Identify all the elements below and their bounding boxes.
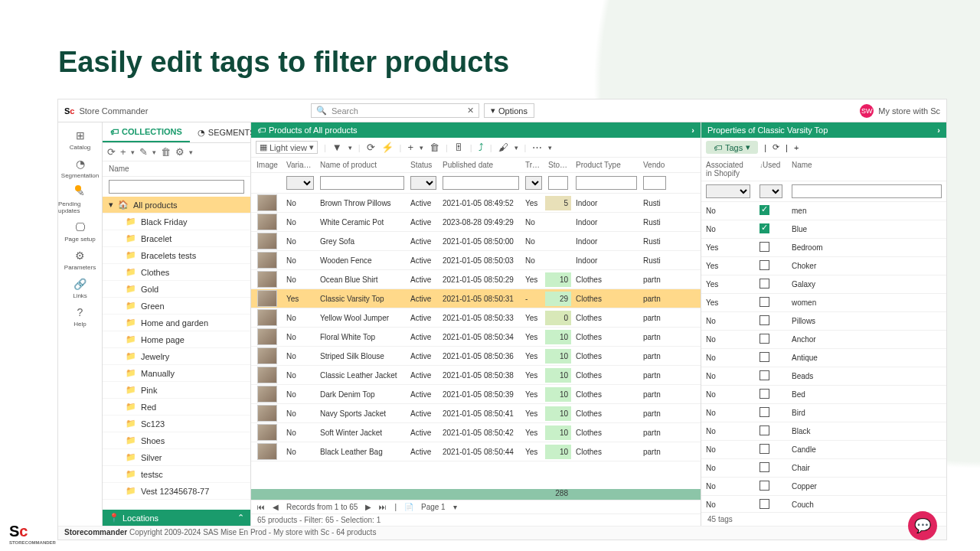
nav-links[interactable]: 🔗Links	[58, 274, 102, 302]
column-header[interactable]: Stock available	[545, 158, 571, 172]
tree-item[interactable]: 📁Home and garden	[103, 315, 250, 331]
column-header[interactable]: Variant ?	[283, 158, 317, 172]
plus-icon[interactable]: +	[407, 142, 413, 153]
tag-row[interactable]: Yes Galaxy	[701, 276, 946, 294]
clear-icon[interactable]: ✕	[467, 106, 474, 116]
table-row[interactable]: No Floral White Top Active 2021-01-05 08…	[251, 328, 701, 347]
tag-row[interactable]: No Chair	[701, 459, 946, 478]
column-header[interactable]: Published date	[439, 158, 522, 172]
tag-row[interactable]: No Bed	[701, 386, 946, 404]
tree-item[interactable]: 📁Gold	[103, 281, 250, 298]
checkbox[interactable]	[760, 425, 769, 435]
tag-row[interactable]: No Black	[701, 422, 946, 441]
tree-item[interactable]: 📁Vest 12345678-77	[103, 483, 250, 500]
table-row[interactable]: No Dark Denim Top Active 2021-01-05 08:5…	[251, 385, 701, 404]
tag-row[interactable]: Yes Choker	[701, 257, 946, 276]
table-row[interactable]: No Classic Leather Jacket Active 2021-01…	[251, 366, 701, 385]
table-row[interactable]: Yes Classic Varsity Top Active 2021-01-0…	[251, 289, 701, 308]
plus-icon[interactable]: +	[794, 143, 799, 152]
table-row[interactable]: No Black Leather Bag Active 2021-01-05 0…	[251, 442, 701, 461]
filter-assoc[interactable]	[706, 184, 750, 198]
refresh-icon[interactable]: ⟳	[773, 142, 779, 152]
checkbox[interactable]	[760, 444, 769, 454]
checkbox[interactable]	[760, 481, 769, 491]
checkbox[interactable]	[760, 462, 769, 472]
checkbox[interactable]	[760, 279, 769, 289]
tag-row[interactable]: No Couch	[701, 496, 946, 512]
tree-item[interactable]: 📁Bracelet	[103, 230, 250, 247]
tags-tab[interactable]: 🏷 Tags ▾	[706, 141, 758, 154]
tree-item[interactable]: 📁testsc	[103, 466, 250, 483]
checkbox[interactable]	[760, 370, 769, 380]
tree-item[interactable]: ▾🏠All products	[103, 197, 250, 214]
nav-page-setup[interactable]: 🖵Page setup	[58, 217, 102, 246]
nav-catalog[interactable]: ⊞Catalog	[58, 126, 102, 154]
tree-item[interactable]: 📁Manually	[103, 365, 250, 382]
tree-item[interactable]: 📁Bracelets tests	[103, 247, 250, 264]
table-row[interactable]: No Yellow Wool Jumper Active 2021-01-05 …	[251, 308, 701, 328]
table-row[interactable]: No Grey Sofa Active 2021-01-05 08:50:00 …	[251, 232, 701, 251]
tree-filter-input[interactable]	[109, 180, 244, 194]
gear-icon[interactable]: ⚙	[175, 146, 185, 158]
filter-name[interactable]	[320, 176, 404, 190]
checkbox[interactable]	[760, 334, 769, 344]
filter-vendor[interactable]	[643, 176, 666, 190]
tag-row[interactable]: No Blue	[701, 220, 946, 239]
column-header[interactable]: Track qty	[522, 158, 545, 172]
more-icon[interactable]: ⋯	[532, 142, 542, 153]
tag-row[interactable]: No Antique	[701, 349, 946, 367]
table-row[interactable]: No Navy Sports Jacket Active 2021-01-05 …	[251, 404, 701, 423]
tree-item[interactable]: 📁Silver	[103, 449, 250, 466]
table-row[interactable]: No White Ceramic Pot Active 2023-08-28 0…	[251, 213, 701, 232]
checkbox[interactable]	[760, 407, 769, 417]
tree-item[interactable]: 📁Clothes	[103, 264, 250, 281]
tag-row[interactable]: No men	[701, 202, 946, 220]
store-account[interactable]: SW My store with Sc	[860, 104, 940, 118]
nav-parameters[interactable]: ⚙Parameters	[58, 246, 102, 274]
tree-item[interactable]: 📁Green	[103, 298, 250, 315]
tree-item[interactable]: 📁Black Friday	[103, 214, 250, 230]
bolt-icon[interactable]: ⚡	[381, 142, 394, 153]
checkbox[interactable]	[760, 499, 769, 509]
plus-icon[interactable]: +	[120, 146, 126, 158]
checkbox[interactable]	[760, 223, 769, 233]
table-row[interactable]: No Ocean Blue Shirt Active 2021-01-05 08…	[251, 270, 701, 289]
nav-help[interactable]: ?Help	[58, 302, 102, 331]
filter-variant[interactable]	[286, 176, 314, 190]
refresh-icon[interactable]: ⟳	[367, 142, 375, 153]
table-row[interactable]: No Wooden Fence Active 2021-01-05 08:50:…	[251, 251, 701, 270]
filter-used[interactable]	[760, 184, 782, 198]
chat-button[interactable]: 💬	[908, 511, 937, 540]
filter-icon[interactable]: ▼	[332, 142, 342, 153]
trash-icon[interactable]: 🗑	[430, 142, 439, 153]
column-header[interactable]: Image	[251, 158, 283, 172]
checkbox[interactable]	[760, 315, 769, 325]
chevron-right-icon[interactable]: ›	[691, 126, 694, 135]
checkbox[interactable]	[760, 242, 769, 252]
last-page-icon[interactable]: ⏭	[379, 503, 387, 511]
options-button[interactable]: ▾ Options	[484, 103, 534, 118]
table-row[interactable]: No Striped Silk Blouse Active 2021-01-05…	[251, 347, 701, 366]
tag-row[interactable]: No Bird	[701, 404, 946, 422]
tree-item[interactable]: 📁Red	[103, 399, 250, 416]
tag-row[interactable]: No Copper	[701, 478, 946, 496]
column-header[interactable]: Product Type	[571, 158, 640, 172]
column-header[interactable]: Vendo	[640, 158, 669, 172]
checkbox[interactable]	[760, 352, 769, 362]
tree-item[interactable]: 📁Home page	[103, 331, 250, 348]
tag-row[interactable]: No Pillows	[701, 312, 946, 331]
search-input[interactable]: 🔍 Search ✕	[311, 103, 479, 118]
tag-row[interactable]: No Beads	[701, 367, 946, 386]
nav-pending-updates[interactable]: ✎Pending updates	[58, 182, 102, 217]
tree-item[interactable]: 📁Sc123	[103, 416, 250, 432]
page-dropdown[interactable]: ▾	[453, 503, 457, 511]
checkbox[interactable]	[760, 389, 769, 399]
checkbox[interactable]	[760, 297, 769, 307]
filter-status[interactable]	[410, 176, 436, 190]
table-row[interactable]: No Brown Throw Pillows Active 2021-01-05…	[251, 194, 701, 213]
prev-page-icon[interactable]: ◀	[273, 503, 279, 511]
column-header[interactable]: Name of product	[317, 158, 407, 172]
filter-type[interactable]	[576, 176, 637, 190]
tag-row[interactable]: Yes Bedroom	[701, 239, 946, 257]
tree-item[interactable]: 📁Pink	[103, 382, 250, 399]
